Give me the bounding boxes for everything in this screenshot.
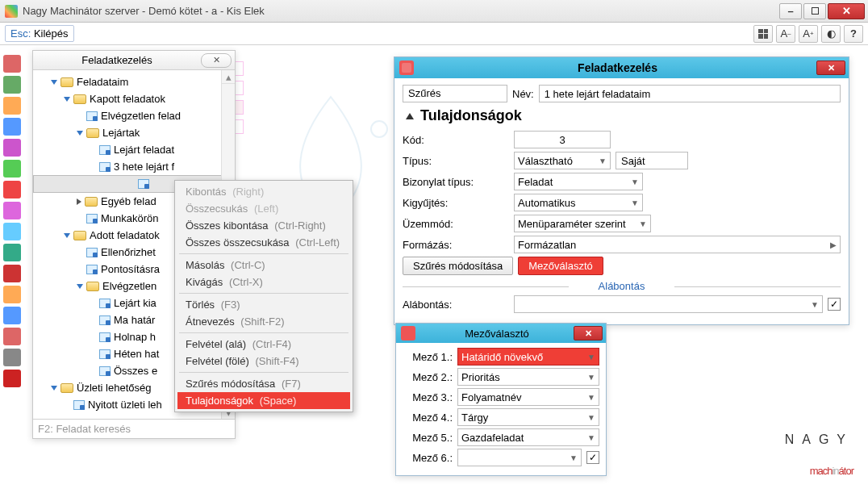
tipus-own-input[interactable] bbox=[616, 152, 688, 169]
mezo-select[interactable]: Folyamatnév▼ bbox=[457, 388, 599, 406]
context-menu: Kibontás (Right)Összecsukás (Left)Összes… bbox=[174, 180, 353, 412]
sidebar-icon[interactable] bbox=[3, 349, 21, 366]
mezo-select[interactable]: Prioritás▼ bbox=[457, 368, 599, 386]
folder-icon bbox=[61, 77, 73, 87]
sidebar-icon[interactable] bbox=[3, 370, 21, 387]
alabontas-check[interactable]: ✓ bbox=[828, 298, 841, 311]
document-icon bbox=[86, 214, 98, 224]
tree-twisty-icon[interactable] bbox=[77, 198, 81, 205]
tree-item-label: Héten hat bbox=[114, 348, 159, 360]
tree-twisty-icon[interactable] bbox=[51, 80, 57, 85]
context-menu-item[interactable]: Felvétel (alá) (Ctrl-F4) bbox=[177, 336, 350, 353]
filter-label: Szűrés bbox=[403, 85, 507, 102]
tree-title: Feladatkezelés bbox=[33, 54, 201, 66]
tree-item-label: Elvégzetlen felad bbox=[101, 110, 181, 122]
tree-twisty-icon[interactable] bbox=[64, 233, 70, 238]
tree-item[interactable]: 3 hete lejárt f bbox=[33, 158, 235, 175]
field-chooser-button[interactable]: Mezőválasztó bbox=[518, 257, 603, 275]
mezo-row-label: Mező 4.: bbox=[403, 412, 453, 424]
mezo-row-label: Mező 2.: bbox=[403, 371, 453, 383]
sidebar-icon[interactable] bbox=[3, 202, 21, 219]
sidebar-icon[interactable] bbox=[3, 244, 21, 261]
tree-item[interactable]: Lejárt feladat bbox=[33, 141, 235, 158]
sidebar-icon[interactable] bbox=[3, 139, 21, 157]
properties-close-button[interactable]: ✕ bbox=[816, 61, 845, 75]
context-menu-item[interactable]: Kivágás (Ctrl-X) bbox=[177, 274, 350, 290]
sidebar-icon[interactable] bbox=[3, 118, 21, 136]
grid-view-button[interactable] bbox=[753, 25, 773, 43]
group-collapse-icon[interactable] bbox=[406, 113, 414, 119]
context-menu-item[interactable]: Szűrés módosítása (F7) bbox=[177, 375, 350, 392]
biz-select[interactable]: Feladat▼ bbox=[514, 173, 643, 190]
document-icon bbox=[86, 111, 98, 121]
folder-icon bbox=[86, 128, 99, 138]
mezo-select[interactable]: Gazdafeladat▼ bbox=[457, 428, 599, 446]
sidebar-icon[interactable] bbox=[3, 160, 21, 178]
tree-close-button[interactable]: ✕ bbox=[201, 53, 232, 68]
font-decrease-button[interactable]: A– bbox=[776, 25, 795, 43]
minimize-button[interactable]: – bbox=[779, 3, 802, 19]
tree-twisty-icon[interactable] bbox=[51, 386, 57, 391]
sidebar-icon[interactable] bbox=[3, 76, 21, 94]
tree-twisty-icon[interactable] bbox=[64, 97, 70, 102]
tree-item[interactable]: Lejártak bbox=[33, 124, 235, 141]
context-menu-item[interactable]: Törlés (F3) bbox=[177, 296, 350, 313]
tree-item-label: Ma határ bbox=[114, 314, 155, 326]
sidebar-icon[interactable] bbox=[3, 97, 21, 115]
tree-item[interactable]: Elvégzetlen felad bbox=[33, 107, 235, 124]
alabontas-select[interactable]: ▼ bbox=[514, 295, 823, 313]
folder-icon bbox=[61, 383, 73, 393]
document-icon bbox=[99, 366, 111, 376]
help-button[interactable]: ? bbox=[844, 25, 863, 43]
tree-item-label: Összes e bbox=[114, 365, 157, 377]
app-icon bbox=[5, 5, 18, 18]
tree-item-label: Ellenőrizhet bbox=[101, 246, 156, 258]
formazas-select[interactable]: Formázatlan▶ bbox=[514, 236, 841, 253]
esc-exit-button[interactable]: Esc: Kilépés bbox=[5, 25, 74, 42]
document-icon bbox=[99, 349, 111, 359]
sidebar-icon[interactable] bbox=[3, 181, 21, 198]
maximize-button[interactable] bbox=[803, 3, 826, 19]
tree-item-label: Kapott feladatok bbox=[90, 93, 165, 105]
kod-input[interactable] bbox=[514, 131, 611, 148]
close-button[interactable]: ✕ bbox=[828, 3, 865, 19]
sidebar-icon[interactable] bbox=[3, 328, 21, 345]
folder-icon bbox=[73, 231, 86, 240]
mezo-row-label: Mező 5.: bbox=[403, 432, 453, 444]
sidebar-icon[interactable] bbox=[3, 307, 21, 324]
context-menu-item[interactable]: Másolás (Ctrl-C) bbox=[177, 257, 350, 274]
mezo-select[interactable]: ▼ bbox=[457, 449, 582, 466]
context-menu-item[interactable]: Felvétel (fölé) (Shift-F4) bbox=[177, 353, 350, 370]
sidebar-icon[interactable] bbox=[3, 265, 21, 282]
tipus-select[interactable]: Választható▼ bbox=[514, 152, 611, 169]
tree-item-label: Nyitott üzleti leh bbox=[88, 399, 162, 411]
sidebar-icon[interactable] bbox=[3, 223, 21, 240]
sidebar-icon[interactable] bbox=[3, 286, 21, 303]
properties-window-title: Feladatkezelés bbox=[419, 61, 816, 74]
tree-item[interactable]: Kapott feladatok bbox=[33, 90, 235, 107]
tree-item-label: Feladataim bbox=[77, 76, 128, 88]
contrast-button[interactable]: ◐ bbox=[821, 25, 841, 43]
svg-point-1 bbox=[371, 121, 387, 137]
tree-item[interactable]: Feladataim bbox=[33, 73, 235, 90]
tree-item-label: Pontosításra bbox=[101, 263, 160, 275]
mezo-select[interactable]: Tárgy▼ bbox=[457, 408, 599, 426]
mezo-check[interactable]: ✓ bbox=[586, 451, 599, 464]
kod-label: Kód: bbox=[403, 134, 509, 146]
tree-twisty-icon[interactable] bbox=[77, 131, 83, 136]
filter-edit-button[interactable]: Szűrés módosítása bbox=[403, 257, 513, 275]
context-menu-item[interactable]: Tulajdonságok (Space) bbox=[177, 392, 350, 409]
field-chooser-close-button[interactable]: ✕ bbox=[574, 326, 603, 341]
context-menu-item[interactable]: Összes kibontása (Ctrl-Right) bbox=[177, 217, 350, 234]
font-increase-button[interactable]: A+ bbox=[799, 25, 818, 43]
mezo-select[interactable]: Határidő növekvő▼ bbox=[457, 348, 599, 366]
context-menu-item[interactable]: Átnevezés (Shift-F2) bbox=[177, 313, 350, 330]
tree-twisty-icon[interactable] bbox=[77, 284, 83, 289]
context-menu-item[interactable]: Összes összecsukása (Ctrl-Left) bbox=[177, 234, 350, 251]
uzemmod-select[interactable]: Menüparaméter szerint▼ bbox=[514, 215, 651, 232]
kigy-select[interactable]: Automatikus▼ bbox=[514, 194, 643, 211]
alabontas-label: Alábontás: bbox=[403, 299, 509, 311]
alabontas-divider: Alábontás bbox=[403, 280, 841, 292]
name-input[interactable] bbox=[539, 85, 841, 102]
sidebar-icon[interactable] bbox=[3, 55, 21, 73]
